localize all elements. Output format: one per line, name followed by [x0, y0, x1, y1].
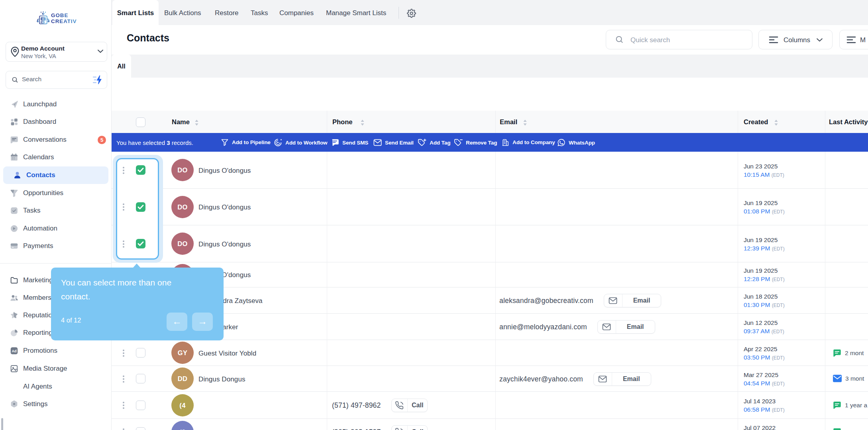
svg-text:Ad: Ad: [12, 349, 16, 353]
